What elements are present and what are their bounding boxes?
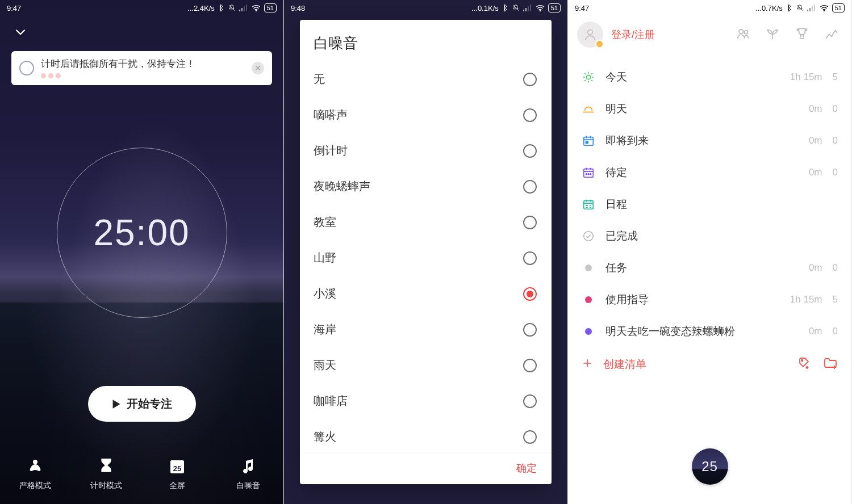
item-label: 任务 — [605, 261, 627, 275]
svg-point-20 — [739, 30, 744, 34]
whitenoise-option[interactable]: 夜晚蟋蟀声 — [300, 169, 552, 204]
tab-fullscreen[interactable]: 25 全屏 — [142, 444, 213, 504]
option-label: 海岸 — [314, 322, 336, 337]
dialog-title: 白噪音 — [300, 20, 552, 61]
radio-icon — [523, 108, 537, 122]
sunset-icon — [582, 103, 595, 115]
whitenoise-option[interactable]: 小溪 — [300, 276, 552, 312]
status-time: 9:47 — [575, 4, 589, 12]
radio-icon — [523, 287, 537, 301]
item-label: 使用指导 — [605, 292, 649, 307]
item-label: 明天 — [605, 102, 627, 116]
wifi-icon — [820, 5, 829, 11]
done-icon — [582, 230, 595, 242]
login-register-link[interactable]: 登录/注册 — [611, 28, 655, 41]
list-item[interactable]: 任务0m0 — [568, 252, 851, 284]
list-item[interactable]: 即将到来0m0 — [568, 125, 851, 157]
option-label: 无 — [314, 72, 325, 87]
confirm-button[interactable]: 确定 — [516, 461, 537, 475]
focus-floating-button[interactable]: 25 — [692, 448, 728, 485]
whitenoise-option[interactable]: 无 — [300, 61, 552, 97]
stats-icon[interactable] — [824, 26, 839, 43]
svg-rect-12 — [530, 5, 531, 11]
list-item[interactable]: 明天去吃一碗变态辣螺蛳粉0m0 — [568, 316, 851, 347]
pending-icon — [582, 166, 595, 179]
create-list-button[interactable]: 创建清单 — [582, 357, 646, 372]
avatar[interactable] — [577, 22, 603, 48]
svg-rect-30 — [584, 201, 594, 209]
svg-point-4 — [256, 10, 257, 11]
whitenoise-option[interactable]: 雨天 — [300, 347, 552, 383]
item-label: 今天 — [605, 70, 627, 85]
radio-icon — [523, 323, 537, 337]
svg-point-13 — [540, 10, 541, 11]
option-label: 教室 — [314, 215, 336, 230]
item-count: 0 — [833, 167, 838, 178]
wifi-icon — [536, 5, 545, 11]
option-label: 小溪 — [314, 286, 336, 301]
radio-icon — [523, 359, 537, 372]
whitenoise-option[interactable]: 咖啡店 — [300, 383, 552, 419]
tip-checkbox[interactable] — [19, 61, 34, 75]
list-item[interactable]: 明天0m0 — [568, 93, 851, 125]
svg-point-28 — [588, 174, 589, 175]
status-net: ...0.7K/s — [755, 4, 783, 12]
radio-icon — [523, 144, 537, 158]
item-count: 0 — [833, 262, 838, 274]
dot-icon — [582, 264, 595, 271]
whitenoise-dialog: 白噪音 无嘀嗒声倒计时夜晚蟋蟀声教室山野小溪海岸雨天咖啡店篝火 确定 — [300, 20, 552, 484]
option-label: 咖啡店 — [314, 393, 348, 409]
svg-point-27 — [586, 174, 587, 175]
tip-card: 计时后请抵御所有干扰，保持专注！ ✕ — [11, 51, 272, 85]
start-focus-button[interactable]: 开始专注 — [88, 386, 196, 422]
list-item[interactable]: 已完成 — [568, 220, 851, 252]
tab-whitenoise-label: 白噪音 — [236, 481, 260, 491]
status-time: 9:47 — [7, 4, 21, 12]
whitenoise-option[interactable]: 教室 — [300, 204, 552, 240]
whitenoise-option[interactable]: 海岸 — [300, 312, 552, 347]
task-lists: 今天1h 15m5明天0m0即将到来0m0待定0m0日程已完成任务0m0使用指导… — [568, 61, 851, 381]
svg-text:25: 25 — [173, 464, 181, 473]
option-label: 雨天 — [314, 358, 336, 373]
list-item[interactable]: 今天1h 15m5 — [568, 61, 851, 93]
mute-icon — [228, 4, 236, 12]
whitenoise-option[interactable]: 倒计时 — [300, 133, 552, 169]
option-label: 倒计时 — [314, 143, 348, 158]
whitenoise-option[interactable]: 山野 — [300, 240, 552, 276]
list-item[interactable]: 日程 — [568, 188, 851, 220]
signal-icon — [807, 5, 816, 11]
svg-point-18 — [824, 10, 825, 11]
option-label: 嘀嗒声 — [314, 107, 348, 123]
sprout-icon[interactable] — [765, 26, 780, 43]
avatar-badge-icon — [595, 40, 604, 48]
tab-timer-mode[interactable]: 计时模式 — [71, 444, 142, 504]
item-count: 0 — [833, 103, 838, 115]
tip-close-button[interactable]: ✕ — [252, 62, 264, 74]
status-net: ...0.1K/s — [471, 4, 499, 12]
svg-point-5 — [33, 460, 37, 464]
item-count: 0 — [833, 135, 838, 146]
trophy-icon[interactable] — [795, 26, 809, 43]
tab-strict-mode[interactable]: 严格模式 — [0, 444, 71, 504]
svg-rect-2 — [244, 6, 245, 11]
float-timer-value: 25 — [701, 459, 718, 474]
bluetooth-icon — [786, 4, 792, 12]
whitenoise-option[interactable]: 嘀嗒声 — [300, 97, 552, 133]
collapse-button[interactable] — [12, 24, 28, 40]
list-item[interactable]: 待定0m0 — [568, 157, 851, 188]
tab-whitenoise[interactable]: 白噪音 — [212, 444, 283, 504]
svg-rect-17 — [814, 5, 815, 11]
status-time: 9:48 — [291, 4, 305, 12]
option-label: 山野 — [314, 250, 336, 266]
timer-ring[interactable]: 25:00 — [57, 148, 227, 318]
add-folder-button[interactable] — [823, 356, 838, 372]
add-tag-button[interactable] — [797, 356, 811, 372]
community-icon[interactable] — [736, 26, 750, 43]
svg-rect-3 — [246, 5, 247, 11]
item-duration: 1h 15m — [790, 72, 822, 83]
list-item[interactable]: 使用指导1h 15m5 — [568, 284, 851, 316]
create-list-row: 创建清单 — [568, 347, 851, 381]
whitenoise-option[interactable]: 篝火 — [300, 419, 552, 452]
item-count: 5 — [833, 294, 838, 305]
radio-icon — [523, 251, 537, 265]
